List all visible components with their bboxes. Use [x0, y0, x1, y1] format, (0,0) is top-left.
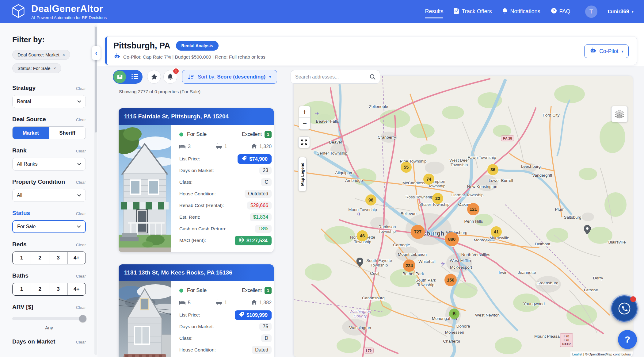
- property-photo[interactable]: [119, 281, 171, 357]
- status-dot-icon: [179, 132, 183, 136]
- mao-pill[interactable]: $127,534: [235, 236, 272, 245]
- map-cluster-marker[interactable]: 727: [411, 225, 425, 239]
- address-search-input[interactable]: [295, 74, 366, 80]
- property-condition-select[interactable]: All: [12, 189, 86, 202]
- app-header: DealGenerAItor AI-Powered Automation for…: [0, 0, 644, 23]
- close-icon[interactable]: ×: [54, 66, 56, 71]
- results-map[interactable]: ZelienopleBeaver FallsCranberryBeaverCen…: [294, 76, 633, 357]
- status-label: Status: [12, 210, 30, 217]
- zoom-in-button[interactable]: +: [299, 106, 310, 118]
- map-cluster-marker[interactable]: 55: [401, 162, 412, 173]
- beds-option-3[interactable]: 3: [49, 252, 67, 264]
- home-icon: [251, 300, 257, 306]
- list-view-icon[interactable]: [131, 74, 138, 80]
- copilot-button[interactable]: Co-Pilot ▾: [584, 44, 629, 58]
- property-photo[interactable]: [119, 125, 171, 252]
- beds-option-4+[interactable]: 4+: [67, 252, 86, 264]
- arv-clear[interactable]: Clear: [76, 305, 86, 310]
- property-condition-clear[interactable]: Clear: [76, 180, 86, 185]
- map-cluster-marker[interactable]: 46: [357, 230, 368, 241]
- close-icon[interactable]: ×: [63, 52, 65, 57]
- status-select[interactable]: For Sale: [12, 220, 86, 233]
- map-cluster-marker[interactable]: 41: [491, 226, 502, 237]
- list-price-pill[interactable]: $74,900: [238, 154, 272, 164]
- map-zoom-control: + −: [299, 106, 311, 130]
- property-attribute-row: List Price:$74,900: [179, 154, 272, 163]
- nav-results[interactable]: Results: [425, 8, 443, 15]
- user-menu[interactable]: tamir369 ▾: [608, 9, 634, 15]
- sidebar-scrollbar-thumb[interactable]: [95, 27, 97, 132]
- beds-option-2[interactable]: 2: [31, 252, 49, 264]
- top-nav: Results Track Offers Notifications ? FAQ…: [425, 6, 634, 18]
- arv-label: ARV [$]: [12, 304, 33, 310]
- property-card-address[interactable]: 1131 13th St, Mc Kees Rocks, PA 15136: [119, 264, 274, 281]
- list-price-pill[interactable]: $109,999: [235, 310, 272, 320]
- map-cluster-marker[interactable]: 98: [365, 194, 376, 205]
- fullscreen-button[interactable]: [298, 136, 310, 148]
- nav-faq[interactable]: ? FAQ: [551, 8, 570, 15]
- arv-slider-handle[interactable]: [79, 315, 86, 322]
- grade-label: Excellent: [242, 288, 262, 293]
- map-cluster-marker[interactable]: 36: [487, 164, 498, 175]
- map-legend-button[interactable]: Map Legend: [298, 157, 307, 191]
- baths-option-1[interactable]: 1: [13, 283, 31, 295]
- status-clear[interactable]: Clear: [76, 211, 86, 216]
- property-photo[interactable]: [119, 281, 171, 357]
- property-card-address[interactable]: 1115 Fairdale St, Pittsburgh, PA 15204: [119, 108, 274, 125]
- map-cluster-marker[interactable]: 156: [444, 274, 457, 286]
- zoom-out-button[interactable]: −: [299, 118, 310, 129]
- strategy-select[interactable]: Rental: [12, 95, 86, 108]
- days-on-market-clear[interactable]: Clear: [76, 340, 86, 344]
- map-cluster-marker[interactable]: 224: [403, 259, 415, 272]
- filter-chip[interactable]: Status: For Sale×: [12, 63, 61, 73]
- map-cluster-marker[interactable]: 74: [423, 174, 434, 185]
- map-pin-icon[interactable]: [584, 225, 591, 236]
- sidebar-collapse-button[interactable]: ‹: [92, 46, 101, 60]
- property-card-list: 1115 Fairdale St, Pittsburgh, PA 15204 F…: [119, 108, 274, 357]
- baths-option-3[interactable]: 3: [49, 283, 67, 295]
- deal-source-clear[interactable]: Clear: [76, 117, 86, 122]
- help-button[interactable]: ?: [618, 330, 637, 349]
- bed-icon: [179, 144, 185, 150]
- property-attribute-row: Rehab Cost (Rental):$29,666: [179, 201, 272, 210]
- search-icon[interactable]: [370, 74, 375, 80]
- baths-option-2[interactable]: 2: [31, 283, 49, 295]
- map-list-view-toggle[interactable]: [113, 70, 143, 84]
- property-photo[interactable]: [119, 125, 171, 252]
- grade-label: Excellent: [242, 132, 262, 137]
- alerts-count-badge: 1: [173, 68, 179, 75]
- baths-option-4+[interactable]: 4+: [67, 283, 86, 295]
- baths-label: Baths: [12, 272, 29, 279]
- attribute-value: D: [261, 334, 272, 342]
- avatar[interactable]: T: [585, 6, 597, 18]
- rank-clear[interactable]: Clear: [76, 149, 86, 153]
- airport-icon: ✈: [315, 110, 319, 117]
- leaflet-link[interactable]: Leaflet: [572, 352, 582, 356]
- map-layers-button[interactable]: [611, 106, 628, 122]
- map-cluster-marker[interactable]: 880: [445, 232, 459, 246]
- nav-notifications[interactable]: Notifications: [502, 8, 540, 15]
- map-cluster-marker[interactable]: 5: [449, 309, 459, 319]
- map-cluster-marker[interactable]: 22: [432, 193, 443, 204]
- map-view-icon[interactable]: [113, 71, 126, 83]
- deal-source-sheriff[interactable]: Sheriff: [49, 127, 86, 139]
- deal-source-market[interactable]: Market: [13, 127, 49, 139]
- rank-select[interactable]: All Ranks: [12, 158, 86, 171]
- map-pin-icon[interactable]: [356, 258, 363, 268]
- beds-clear[interactable]: Clear: [76, 243, 86, 247]
- tag-icon: [242, 156, 247, 162]
- filter-chip[interactable]: Deal Source: Market×: [12, 50, 70, 60]
- baths-clear[interactable]: Clear: [76, 274, 86, 278]
- sidebar-scrollbar[interactable]: [94, 25, 97, 355]
- arv-slider[interactable]: [12, 317, 86, 320]
- active-filter-chips: Deal Source: Market×Status: For Sale×: [12, 50, 86, 77]
- map-cluster-marker[interactable]: 121: [467, 203, 479, 215]
- nav-track-offers[interactable]: Track Offers: [454, 8, 492, 15]
- brand[interactable]: DealGenerAItor AI-Powered Automation for…: [10, 3, 107, 20]
- results-count: Showing 2777 of 0 properties (For Sale): [119, 89, 200, 94]
- strategy-clear[interactable]: Clear: [76, 86, 86, 91]
- favorites-button[interactable]: [147, 70, 161, 84]
- bed-icon: [179, 300, 185, 306]
- beds-option-1[interactable]: 1: [13, 252, 31, 264]
- sort-button[interactable]: Sort by: Score (descending) ▾: [182, 70, 277, 84]
